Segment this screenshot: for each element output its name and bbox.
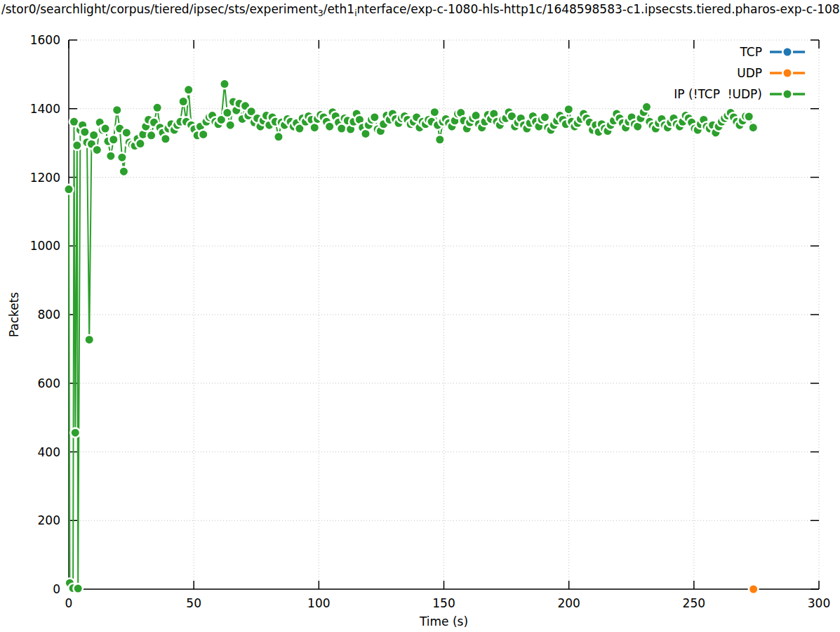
data-point xyxy=(65,185,73,193)
data-point xyxy=(749,124,757,131)
chart-title-part: nterface/exp-c-1080-hls-http1c/164859858… xyxy=(356,2,840,16)
x-tick-label: 0 xyxy=(65,596,73,610)
y-tick-label: 0 xyxy=(53,582,60,596)
y-tick-label: 200 xyxy=(38,513,60,527)
data-point xyxy=(86,336,93,343)
data-point xyxy=(361,130,369,138)
legend-row-tcp: TCP xyxy=(674,41,806,62)
legend-label-udp: UDP xyxy=(737,66,762,80)
chart-title-part: /eth1 xyxy=(324,2,354,16)
data-point xyxy=(161,135,169,143)
data-point xyxy=(93,146,101,154)
y-axis-label: Packets xyxy=(7,279,21,350)
data-point xyxy=(326,123,333,131)
x-tick-label: 300 xyxy=(808,596,830,610)
data-point xyxy=(436,136,444,143)
chart-title-part: /stor0/searchlight/corpus/tiered/ipsec/s… xyxy=(1,2,318,16)
legend: TCP UDP IP (!TCP !UDP) xyxy=(674,41,806,105)
data-point xyxy=(541,113,549,121)
data-point xyxy=(154,104,161,112)
x-axis-label: Time (s) xyxy=(69,614,819,628)
y-tick-label: 1200 xyxy=(30,171,60,185)
data-point xyxy=(311,124,319,131)
legend-label-ip: IP (!TCP !UDP) xyxy=(674,87,762,101)
data-point xyxy=(136,140,144,147)
chart-title-subscript: 3 xyxy=(318,8,324,18)
legend-sample-tcp-icon xyxy=(769,46,806,58)
legend-row-udp: UDP xyxy=(674,62,806,84)
legend-sample-ip-icon xyxy=(769,88,806,100)
data-point xyxy=(123,129,131,136)
data-point xyxy=(274,133,282,140)
data-point xyxy=(74,585,82,593)
data-point xyxy=(107,152,114,160)
data-point xyxy=(371,113,378,121)
data-point xyxy=(223,109,231,117)
data-point xyxy=(90,131,98,139)
y-tick-label: 1600 xyxy=(30,33,60,47)
legend-row-ip: IP (!TCP !UDP) xyxy=(674,84,806,105)
y-tick-label: 800 xyxy=(38,308,60,322)
data-point xyxy=(73,142,81,150)
data-point xyxy=(81,128,88,136)
data-point xyxy=(120,168,128,176)
x-tick-label: 200 xyxy=(557,596,580,610)
data-point xyxy=(70,118,78,126)
data-point xyxy=(109,136,117,143)
data-point xyxy=(185,86,192,93)
data-point xyxy=(227,121,234,129)
y-tick-label: 400 xyxy=(38,445,60,459)
y-tick-label: 1000 xyxy=(30,239,60,253)
data-point xyxy=(102,125,109,133)
data-point xyxy=(180,98,187,105)
data-point xyxy=(338,125,345,133)
data-point xyxy=(472,112,480,119)
legend-sample-udp-icon xyxy=(769,67,806,79)
data-point xyxy=(431,108,439,116)
data-point xyxy=(749,586,757,593)
chart-window: 0200400600800100012001400160005010015020… xyxy=(0,0,840,632)
data-point xyxy=(199,131,207,138)
series-line xyxy=(69,84,753,588)
data-point xyxy=(147,131,155,139)
chart-title: /stor0/searchlight/corpus/tiered/ipsec/s… xyxy=(1,2,840,18)
data-point xyxy=(118,154,126,162)
data-point xyxy=(220,80,228,88)
x-tick-label: 250 xyxy=(683,596,705,610)
data-point xyxy=(72,429,79,437)
x-tick-label: 50 xyxy=(186,596,201,610)
y-tick-label: 1400 xyxy=(30,102,60,116)
data-point xyxy=(113,106,121,114)
x-tick-label: 150 xyxy=(432,596,455,610)
data-point xyxy=(745,112,753,120)
data-point xyxy=(565,105,573,113)
x-tick-label: 100 xyxy=(307,596,330,610)
y-tick-label: 600 xyxy=(38,376,60,390)
legend-label-tcp: TCP xyxy=(740,45,762,59)
data-point xyxy=(643,103,651,111)
